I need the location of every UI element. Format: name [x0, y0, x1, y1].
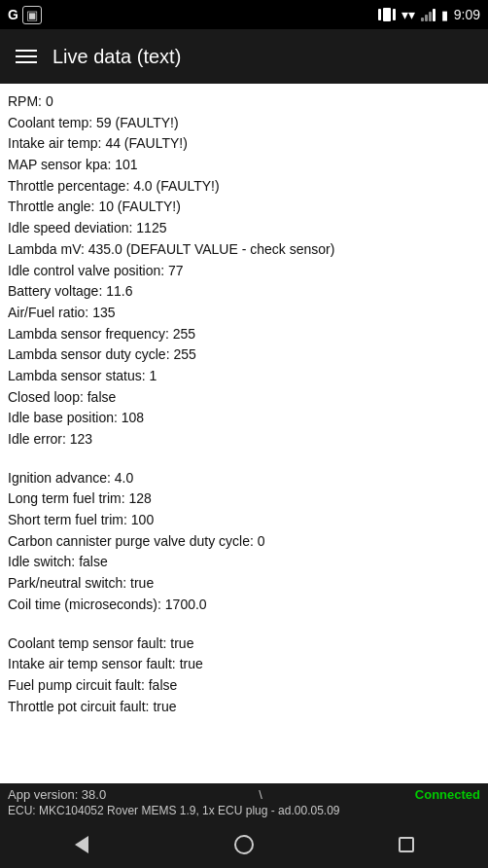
google-icon: G	[8, 7, 18, 22]
data-line: Throttle pot circuit fault: true	[8, 697, 480, 718]
hamburger-menu-button[interactable]	[16, 50, 37, 63]
home-button[interactable]	[215, 825, 273, 864]
photo-icon: ▣	[22, 6, 42, 24]
data-line: Idle switch: false	[8, 552, 480, 573]
data-line	[8, 616, 480, 633]
data-line: Idle control valve position: 77	[8, 261, 480, 282]
app-version: App version: 38.0	[8, 787, 106, 802]
data-line: Closed loop: false	[8, 387, 480, 409]
data-line: Lambda mV: 435.0 (DEFAULT VALUE - check …	[8, 239, 480, 261]
data-line	[8, 451, 480, 468]
data-line: Lambda sensor status: 1	[8, 366, 480, 387]
bottom-info-bar: App version: 38.0 \ Connected ECU: MKC10…	[0, 783, 488, 821]
recents-icon	[399, 837, 414, 852]
signal-icon	[421, 9, 436, 21]
data-line: Idle base position: 108	[8, 408, 480, 429]
data-line: Coolant temp sensor fault: true	[8, 633, 480, 655]
data-line: Short term fuel trim: 100	[8, 510, 480, 531]
status-bar-right: ▾▾ ▮ 9:09	[378, 7, 480, 22]
data-line: Throttle angle: 10 (FAULTY!)	[8, 197, 480, 218]
app-bar-title: Live data (text)	[52, 46, 181, 68]
data-line: Coil time (microseconds): 1700.0	[8, 595, 480, 616]
ecu-info: ECU: MKC104052 Rover MEMS 1.9, 1x ECU pl…	[8, 804, 480, 817]
battery-icon: ▮	[441, 8, 448, 22]
data-line: Fuel pump circuit fault: false	[8, 675, 480, 697]
home-icon	[234, 835, 254, 854]
data-line: Park/neutral switch: true	[8, 573, 480, 595]
data-line: RPM: 0	[8, 91, 480, 113]
separator: \	[259, 787, 262, 802]
bottom-info-row1: App version: 38.0 \ Connected	[8, 787, 480, 802]
data-line: Idle speed deviation: 1125	[8, 218, 480, 239]
data-line: Long term fuel trim: 128	[8, 488, 480, 510]
connected-status: Connected	[415, 787, 480, 802]
data-line: Lambda sensor frequency: 255	[8, 324, 480, 345]
data-line: Carbon cannister purge valve duty cycle:…	[8, 531, 480, 553]
data-line: Coolant temp: 59 (FAULTY!)	[8, 113, 480, 134]
data-line: MAP sensor kpa: 101	[8, 155, 480, 176]
app-bar: Live data (text)	[0, 29, 488, 84]
back-icon	[75, 836, 88, 853]
data-line: Battery voltage: 11.6	[8, 281, 480, 303]
data-line: Intake air temp sensor fault: true	[8, 654, 480, 675]
data-line: Intake air temp: 44 (FAULTY!)	[8, 133, 480, 155]
time-display: 9:09	[454, 7, 480, 22]
data-line: Throttle percentage: 4.0 (FAULTY!)	[8, 176, 480, 198]
status-bar: G ▣ ▾▾ ▮ 9:09	[0, 0, 488, 29]
recents-button[interactable]	[377, 825, 436, 864]
vibrate-icon	[378, 8, 396, 21]
data-line: Ignition advance: 4.0	[8, 468, 480, 489]
data-line: Lambda sensor duty cycle: 255	[8, 344, 480, 366]
nav-bar	[0, 821, 488, 868]
wifi-icon: ▾▾	[401, 7, 415, 22]
back-button[interactable]	[52, 825, 111, 864]
data-line: Air/Fuel ratio: 135	[8, 303, 480, 324]
main-content: RPM: 0Coolant temp: 59 (FAULTY!)Intake a…	[0, 84, 488, 783]
data-line: Idle error: 123	[8, 429, 480, 451]
status-bar-left: G ▣	[8, 6, 42, 24]
